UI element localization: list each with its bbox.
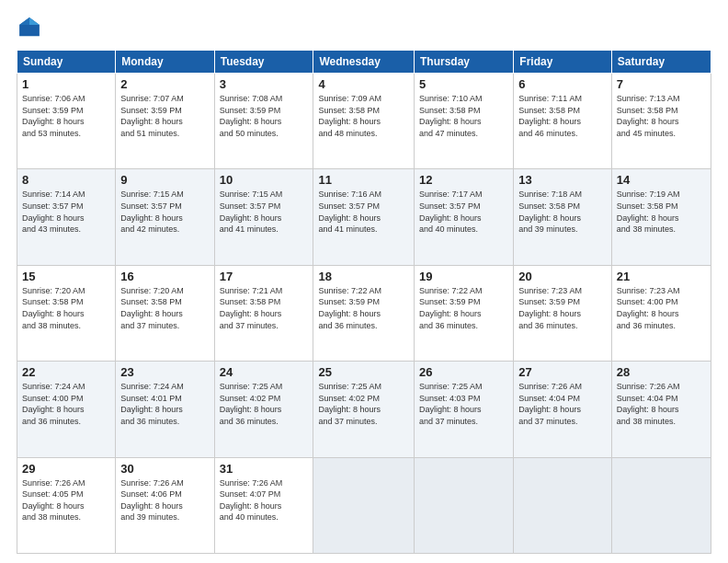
calendar-week-1: 1Sunrise: 7:06 AM Sunset: 3:59 PM Daylig… [17,74,711,169]
day-cell-9: 9Sunrise: 7:15 AM Sunset: 3:57 PM Daylig… [116,169,214,265]
day-info: Sunrise: 7:08 AM Sunset: 3:59 PM Dayligh… [220,93,309,139]
weekday-header-monday: Monday [116,51,214,74]
day-info: Sunrise: 7:26 AM Sunset: 4:05 PM Dayligh… [22,477,110,523]
day-info: Sunrise: 7:26 AM Sunset: 4:07 PM Dayligh… [220,477,309,523]
day-number: 10 [220,173,309,187]
day-info: Sunrise: 7:07 AM Sunset: 3:59 PM Dayligh… [120,93,209,139]
day-info: Sunrise: 7:23 AM Sunset: 3:59 PM Dayligh… [518,285,607,331]
day-cell-25: 25Sunrise: 7:25 AM Sunset: 4:02 PM Dayli… [313,362,415,457]
weekday-header-thursday: Thursday [415,51,514,74]
day-info: Sunrise: 7:25 AM Sunset: 4:03 PM Dayligh… [419,381,508,427]
day-number: 22 [22,365,110,379]
day-number: 11 [318,173,409,187]
header [17,15,711,40]
day-number: 1 [22,77,110,91]
day-number: 16 [120,270,209,283]
day-cell-7: 7Sunrise: 7:13 AM Sunset: 3:58 PM Daylig… [611,74,711,169]
day-number: 20 [518,270,607,283]
day-info: Sunrise: 7:11 AM Sunset: 3:58 PM Dayligh… [518,93,607,139]
day-cell-20: 20Sunrise: 7:23 AM Sunset: 3:59 PM Dayli… [514,265,612,361]
day-number: 27 [518,365,607,379]
day-number: 21 [617,270,706,283]
day-info: Sunrise: 7:19 AM Sunset: 3:58 PM Dayligh… [617,189,706,235]
day-info: Sunrise: 7:13 AM Sunset: 3:58 PM Dayligh… [617,93,706,139]
day-cell-2: 2Sunrise: 7:07 AM Sunset: 3:59 PM Daylig… [116,74,214,169]
day-info: Sunrise: 7:15 AM Sunset: 3:57 PM Dayligh… [220,189,309,235]
day-info: Sunrise: 7:15 AM Sunset: 3:57 PM Dayligh… [120,189,209,235]
day-info: Sunrise: 7:20 AM Sunset: 3:58 PM Dayligh… [22,285,110,331]
day-info: Sunrise: 7:20 AM Sunset: 3:58 PM Dayligh… [120,285,209,331]
day-cell-13: 13Sunrise: 7:18 AM Sunset: 3:58 PM Dayli… [514,169,612,265]
day-cell-6: 6Sunrise: 7:11 AM Sunset: 3:58 PM Daylig… [514,74,612,169]
day-info: Sunrise: 7:26 AM Sunset: 4:04 PM Dayligh… [617,381,706,427]
day-cell-18: 18Sunrise: 7:22 AM Sunset: 3:59 PM Dayli… [313,265,415,361]
day-cell-3: 3Sunrise: 7:08 AM Sunset: 3:59 PM Daylig… [214,74,313,169]
day-info: Sunrise: 7:14 AM Sunset: 3:57 PM Dayligh… [22,189,110,235]
day-info: Sunrise: 7:25 AM Sunset: 4:02 PM Dayligh… [220,381,309,427]
empty-cell [415,457,514,553]
day-number: 15 [22,270,110,283]
weekday-header-wednesday: Wednesday [313,51,415,74]
day-cell-16: 16Sunrise: 7:20 AM Sunset: 3:58 PM Dayli… [116,265,214,361]
empty-cell [611,457,711,553]
day-info: Sunrise: 7:06 AM Sunset: 3:59 PM Dayligh… [22,93,110,139]
weekday-header-saturday: Saturday [611,51,711,74]
day-number: 28 [617,365,706,379]
page: SundayMondayTuesdayWednesdayThursdayFrid… [0,0,728,563]
day-cell-8: 8Sunrise: 7:14 AM Sunset: 3:57 PM Daylig… [17,169,116,265]
day-cell-23: 23Sunrise: 7:24 AM Sunset: 4:01 PM Dayli… [116,362,214,457]
day-cell-29: 29Sunrise: 7:26 AM Sunset: 4:05 PM Dayli… [17,457,116,553]
day-number: 6 [518,77,607,91]
day-info: Sunrise: 7:22 AM Sunset: 3:59 PM Dayligh… [318,285,409,331]
day-cell-19: 19Sunrise: 7:22 AM Sunset: 3:59 PM Dayli… [415,265,514,361]
weekday-header-sunday: Sunday [17,51,116,74]
calendar-table: SundayMondayTuesdayWednesdayThursdayFrid… [17,50,711,554]
day-cell-30: 30Sunrise: 7:26 AM Sunset: 4:06 PM Dayli… [116,457,214,553]
day-info: Sunrise: 7:22 AM Sunset: 3:59 PM Dayligh… [419,285,508,331]
day-cell-21: 21Sunrise: 7:23 AM Sunset: 4:00 PM Dayli… [611,265,711,361]
day-info: Sunrise: 7:25 AM Sunset: 4:02 PM Dayligh… [318,381,409,427]
day-number: 26 [419,365,508,379]
day-cell-27: 27Sunrise: 7:26 AM Sunset: 4:04 PM Dayli… [514,362,612,457]
day-number: 31 [220,462,309,476]
day-number: 14 [617,173,706,187]
logo-icon [17,15,42,40]
day-cell-11: 11Sunrise: 7:16 AM Sunset: 3:57 PM Dayli… [313,169,415,265]
day-info: Sunrise: 7:16 AM Sunset: 3:57 PM Dayligh… [318,189,409,235]
day-info: Sunrise: 7:24 AM Sunset: 4:00 PM Dayligh… [22,381,110,427]
logo [17,15,46,40]
day-number: 18 [318,270,409,283]
day-cell-17: 17Sunrise: 7:21 AM Sunset: 3:58 PM Dayli… [214,265,313,361]
day-number: 24 [220,365,309,379]
day-cell-31: 31Sunrise: 7:26 AM Sunset: 4:07 PM Dayli… [214,457,313,553]
day-info: Sunrise: 7:26 AM Sunset: 4:06 PM Dayligh… [120,477,209,523]
day-number: 9 [120,173,209,187]
day-number: 19 [419,270,508,283]
day-number: 30 [120,462,209,476]
calendar-week-2: 8Sunrise: 7:14 AM Sunset: 3:57 PM Daylig… [17,169,711,265]
day-number: 29 [22,462,110,476]
svg-marker-2 [19,17,29,25]
day-info: Sunrise: 7:26 AM Sunset: 4:04 PM Dayligh… [518,381,607,427]
day-cell-5: 5Sunrise: 7:10 AM Sunset: 3:58 PM Daylig… [415,74,514,169]
day-cell-4: 4Sunrise: 7:09 AM Sunset: 3:58 PM Daylig… [313,74,415,169]
day-info: Sunrise: 7:17 AM Sunset: 3:57 PM Dayligh… [419,189,508,235]
day-number: 2 [120,77,209,91]
calendar-week-4: 22Sunrise: 7:24 AM Sunset: 4:00 PM Dayli… [17,362,711,457]
day-number: 12 [419,173,508,187]
day-number: 7 [617,77,706,91]
day-info: Sunrise: 7:23 AM Sunset: 4:00 PM Dayligh… [617,285,706,331]
empty-cell [514,457,612,553]
day-cell-14: 14Sunrise: 7:19 AM Sunset: 3:58 PM Dayli… [611,169,711,265]
weekday-header-friday: Friday [514,51,612,74]
day-cell-10: 10Sunrise: 7:15 AM Sunset: 3:57 PM Dayli… [214,169,313,265]
day-number: 25 [318,365,409,379]
svg-marker-1 [29,17,40,25]
calendar-week-3: 15Sunrise: 7:20 AM Sunset: 3:58 PM Dayli… [17,265,711,361]
day-number: 5 [419,77,508,91]
empty-cell [313,457,415,553]
day-number: 4 [318,77,409,91]
day-number: 8 [22,173,110,187]
day-number: 23 [120,365,209,379]
day-info: Sunrise: 7:18 AM Sunset: 3:58 PM Dayligh… [518,189,607,235]
